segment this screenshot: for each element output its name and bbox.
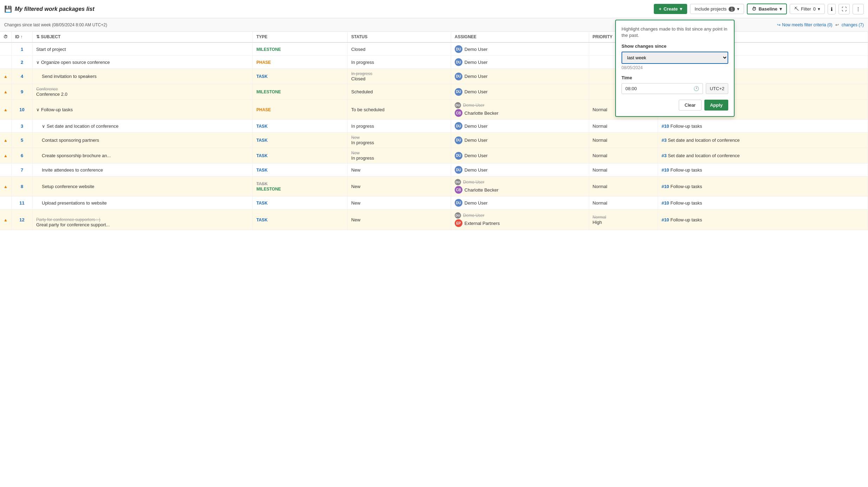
avatar: CB (455, 186, 462, 194)
type-cell: TASK (253, 69, 348, 84)
col-header-status[interactable]: STATUS (348, 32, 451, 42)
id-cell[interactable]: 5 (12, 133, 33, 148)
id-cell[interactable]: 6 (12, 148, 33, 164)
status-value: To be scheduled (351, 107, 384, 112)
time-row: 08:00 🕐 UTC+2 (622, 83, 728, 94)
col-header-id[interactable]: ID ↑ (12, 32, 33, 42)
undo-icon[interactable]: ↩ (835, 22, 839, 27)
id-cell[interactable]: 1 (12, 42, 33, 56)
col-header-assignee[interactable]: ASSIGNEE (451, 32, 589, 42)
assignee-name: External Partners (465, 221, 500, 226)
parent-cell: #10 Follow-up tasks (658, 176, 868, 196)
clear-button[interactable]: Clear (679, 100, 702, 111)
baseline-popup: Highlight changes made to this list sinc… (615, 20, 735, 117)
priority-value: High (593, 220, 602, 225)
time-input[interactable]: 08:00 🕐 (622, 83, 703, 94)
id-cell[interactable]: 3 (12, 120, 33, 133)
change-triangle: ▲ (4, 107, 8, 112)
table-row: 2∨Organize open source conferencePHASEIn… (0, 56, 868, 69)
subject-new: Setup conference website (42, 184, 94, 189)
table-row: ▲4Send invitation to speakersTASKIn prog… (0, 69, 868, 84)
id-cell[interactable]: 2 (12, 56, 33, 69)
priority-value: Normal (593, 200, 607, 206)
arrow-icon: ↪ (777, 22, 781, 27)
header-title: 💾 My filtered work packages list (4, 5, 650, 13)
assignee-name: Demo User (465, 138, 488, 143)
status-cell: New (348, 176, 451, 196)
parent-name: Follow-up tasks (670, 184, 702, 189)
subject-new: Conference 2.0 (36, 92, 67, 97)
id-cell[interactable]: 4 (12, 69, 33, 84)
table-row: ▲5Contact sponsoring partnersTASKNewIn p… (0, 133, 868, 148)
timezone-display: UTC+2 (706, 83, 728, 94)
assignee-old: Demo User (463, 213, 485, 218)
subject-cell: ConferenceConference 2.0 (33, 84, 253, 100)
assignee-name: Demo User (465, 153, 488, 158)
create-button[interactable]: + Create ▾ (654, 4, 687, 14)
status-value: In progress (351, 155, 374, 161)
subject-new: Upload presentations to website (42, 200, 107, 206)
work-packages-table-container: ⏱ ID ↑ ⇅ SUBJECT TYPE STATUS ASSIGNEE PR… (0, 32, 868, 487)
collapse-arrow[interactable]: ∨ (36, 107, 40, 112)
assignee-name: Demo User (465, 47, 488, 52)
baseline-period-select[interactable]: last week yesterday last month custom da… (622, 52, 728, 64)
filter-button[interactable]: ⛏ Filter 0 ▾ (790, 4, 825, 14)
status-value: Closed (351, 76, 365, 81)
parent-cell: #10 Follow-up tasks (658, 164, 868, 176)
type-badge: TASK (256, 124, 268, 129)
filter-criteria-link[interactable]: ↪ Now meets filter criteria (0) (777, 22, 832, 27)
parent-id[interactable]: #10 (662, 184, 669, 189)
assignee-name: Charlotte Becker (465, 187, 499, 193)
status-cell: NewIn progress (348, 133, 451, 148)
parent-id[interactable]: #10 (662, 217, 669, 222)
type-badge: MILESTONE (256, 187, 281, 192)
parent-id[interactable]: #10 (662, 167, 669, 173)
type-badge: PHASE (256, 60, 271, 65)
id-cell[interactable]: 10 (12, 100, 33, 120)
parent-id[interactable]: #3 (662, 138, 666, 143)
changes-count: changes (7) (842, 22, 864, 27)
include-projects-button[interactable]: Include projects 1 ▾ (690, 4, 744, 14)
status-value: New (351, 167, 360, 173)
type-cell: TASK (253, 120, 348, 133)
collapse-arrow[interactable]: ∨ (36, 60, 40, 65)
subject-cell: Create sponsorship brochure an... (33, 148, 253, 164)
baseline-col-icon: ⏱ (4, 34, 8, 39)
priority-cell: Normal (589, 120, 658, 133)
fullscreen-button[interactable]: ⛶ (839, 4, 850, 14)
more-button[interactable]: ⋮ (853, 4, 864, 14)
avatar-old: DU (455, 102, 461, 108)
id-cell[interactable]: 8 (12, 176, 33, 196)
priority-value: Normal (593, 153, 607, 158)
col-header-type[interactable]: TYPE (253, 32, 348, 42)
subject-cell: Upload presentations to website (33, 196, 253, 209)
apply-button[interactable]: Apply (704, 100, 728, 111)
info-button[interactable]: ℹ (828, 4, 836, 14)
table-row: ▲9ConferenceConference 2.0MILESTONESched… (0, 84, 868, 100)
id-cell[interactable]: 9 (12, 84, 33, 100)
status-old: In progress (351, 71, 447, 76)
subject-cell: Invite attendees to conference (33, 164, 253, 176)
avatar: DU (455, 122, 462, 130)
parent-name: Follow-up tasks (670, 124, 702, 129)
changes-bar: Changes since last week (08/05/2024 8:00… (0, 18, 868, 32)
subject-new: Contact sponsoring partners (42, 138, 99, 143)
assignee-cell: DUDemo UserCBCharlotte Becker (451, 176, 589, 196)
col-header-subject[interactable]: ⇅ SUBJECT (33, 32, 253, 42)
baseline-dropdown-icon: ▾ (780, 6, 782, 12)
change-indicator-cell: ▲ (0, 176, 12, 196)
assignee-name: Charlotte Becker (465, 111, 499, 116)
id-cell[interactable]: 7 (12, 164, 33, 176)
change-indicator-cell: ▲ (0, 69, 12, 84)
parent-id[interactable]: #3 (662, 153, 666, 158)
status-value: In progress (351, 60, 374, 65)
id-cell[interactable]: 12 (12, 209, 33, 230)
parent-id[interactable]: #10 (662, 124, 669, 129)
parent-id[interactable]: #10 (662, 200, 669, 206)
id-cell[interactable]: 11 (12, 196, 33, 209)
collapse-arrow[interactable]: ∨ (42, 124, 45, 129)
change-indicator-cell (0, 56, 12, 69)
type-badge: PHASE (256, 107, 271, 112)
baseline-button[interactable]: ⏱ Baseline ▾ (747, 4, 787, 14)
table-row: 3∨Set date and location of conferenceTAS… (0, 120, 868, 133)
